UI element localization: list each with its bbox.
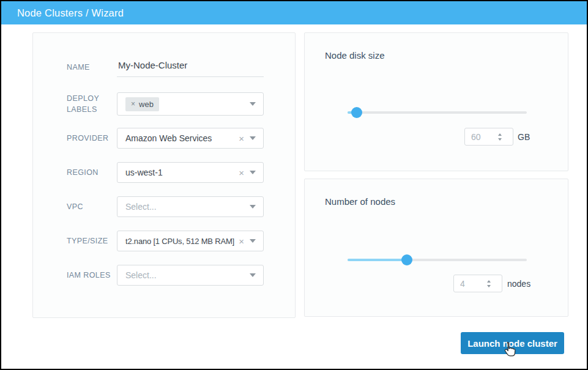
provider-value: Amazon Web Services [125, 133, 239, 143]
cluster-form-panel: NAME DEPLOY LABELS ×web PROVIDER Amazon [32, 32, 296, 318]
deploy-labels-row: DEPLOY LABELS ×web [33, 92, 295, 116]
node-count-stepper[interactable] [453, 275, 502, 292]
type-size-select[interactable]: t2.nano [1 CPUs, 512 MB RAM] × [117, 231, 264, 251]
name-label: NAME [67, 61, 111, 72]
name-input[interactable] [117, 57, 264, 77]
chevron-down-icon[interactable] [250, 239, 256, 243]
chevron-down-icon[interactable] [250, 136, 256, 140]
disk-size-unit: GB [518, 132, 530, 142]
type-size-value: t2.nano [1 CPUs, 512 MB RAM] [125, 237, 239, 246]
slider-fill [348, 259, 407, 261]
vpc-row: VPC Select... [33, 196, 295, 217]
disk-size-title: Node disk size [325, 50, 385, 61]
chip-remove-icon[interactable]: × [131, 100, 135, 108]
chip-label: web [139, 100, 154, 109]
node-count-panel: Number of nodes nodes [304, 179, 568, 317]
arrow-down-icon[interactable] [487, 285, 491, 287]
provider-label: PROVIDER [67, 133, 111, 144]
vpc-label: VPC [67, 201, 111, 212]
stepper-arrows[interactable] [498, 133, 502, 141]
arrow-up-icon[interactable] [498, 133, 502, 136]
provider-row: PROVIDER Amazon Web Services × [33, 128, 295, 149]
clear-icon[interactable]: × [239, 134, 244, 143]
provider-select[interactable]: Amazon Web Services × [117, 128, 264, 149]
iam-roles-label: IAM ROLES [67, 270, 111, 281]
region-row: REGION us-west-1 × [33, 162, 295, 183]
disk-size-input[interactable] [465, 132, 497, 142]
arrow-down-icon[interactable] [498, 138, 502, 141]
stepper-arrows[interactable] [487, 280, 491, 287]
clear-icon[interactable]: × [239, 237, 244, 246]
chevron-down-icon[interactable] [250, 171, 256, 174]
deploy-labels-select[interactable]: ×web [117, 92, 264, 116]
slider-handle[interactable] [401, 254, 412, 265]
page-header: Node Clusters / Wizard [1, 1, 587, 24]
type-size-label: TYPE/SIZE [67, 235, 111, 246]
clear-icon[interactable]: × [239, 168, 244, 177]
page-title: Node Clusters / Wizard [17, 1, 124, 24]
launch-node-cluster-button[interactable]: Launch node cluster [461, 332, 564, 354]
node-count-slider[interactable] [348, 254, 527, 265]
vpc-select[interactable]: Select... [117, 196, 264, 217]
slider-track[interactable] [348, 111, 527, 114]
vpc-placeholder: Select... [125, 202, 250, 212]
chevron-down-icon[interactable] [250, 102, 256, 106]
disk-size-panel: Node disk size GB [304, 32, 568, 171]
region-select[interactable]: us-west-1 × [117, 162, 264, 183]
app-window: Node Clusters / Wizard NAME DEPLOY LABEL… [0, 0, 588, 370]
name-row: NAME [33, 57, 295, 77]
region-label: REGION [67, 167, 111, 178]
iam-roles-row: IAM ROLES Select... [33, 265, 295, 286]
node-count-title: Number of nodes [325, 196, 395, 207]
slider-handle[interactable] [351, 107, 362, 118]
node-count-unit: nodes [507, 279, 530, 289]
deploy-labels-label: DEPLOY LABELS [67, 93, 111, 115]
deploy-label-chip[interactable]: ×web [125, 97, 159, 111]
chevron-down-icon[interactable] [250, 205, 256, 209]
type-size-row: TYPE/SIZE t2.nano [1 CPUs, 512 MB RAM] × [33, 231, 295, 251]
chevron-down-icon[interactable] [250, 273, 256, 277]
disk-size-slider[interactable] [348, 107, 527, 118]
iam-roles-placeholder: Select... [125, 270, 250, 280]
iam-roles-select[interactable]: Select... [117, 265, 264, 286]
node-count-input[interactable] [454, 279, 486, 289]
arrow-up-icon[interactable] [487, 280, 491, 283]
disk-size-stepper[interactable] [464, 128, 513, 146]
region-value: us-west-1 [125, 168, 239, 177]
